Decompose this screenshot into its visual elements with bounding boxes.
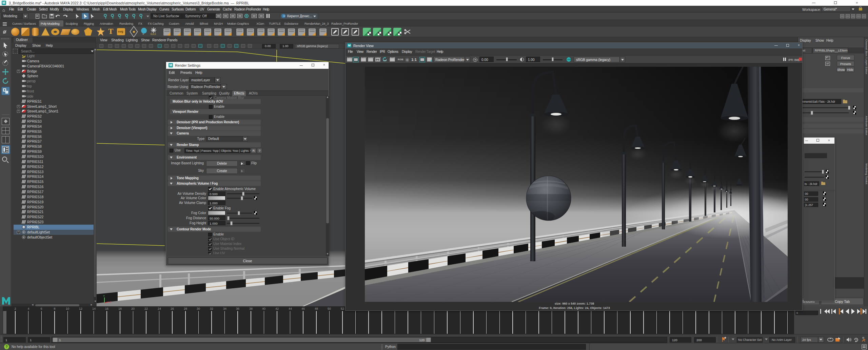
svg-text:Y: Y <box>103 294 105 297</box>
svg-text:X: X <box>110 301 112 304</box>
